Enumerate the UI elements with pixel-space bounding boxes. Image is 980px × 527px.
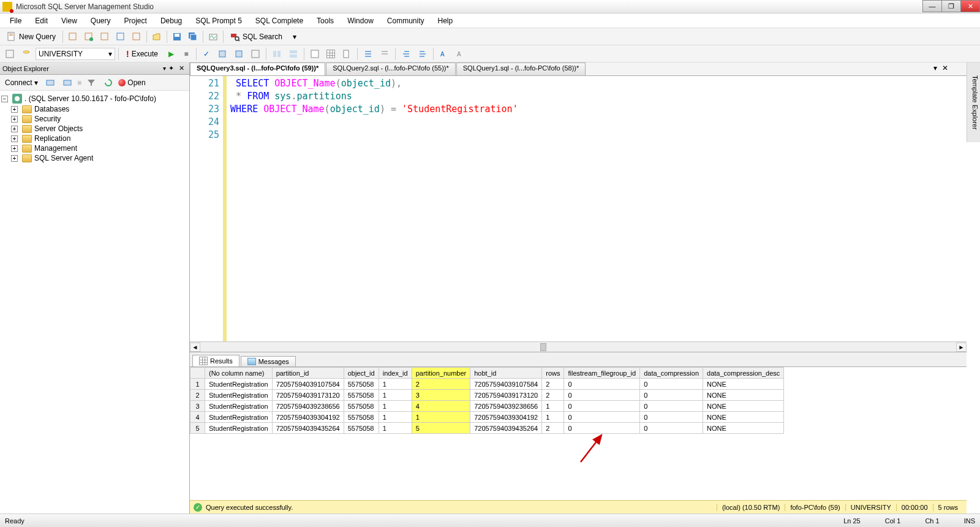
tree-replication[interactable]: +Replication [1,134,188,143]
toolbar-btn-5[interactable] [129,30,144,44]
oe-open-link[interactable]: Open [118,78,145,87]
template-explorer-tab[interactable]: Template Explorer [967,63,980,142]
menu-file[interactable]: File [4,15,28,26]
code-editor[interactable]: 21 22 23 24 25 SELECT OBJECT_Name(object… [190,76,967,341]
expand-icon[interactable]: + [11,116,18,123]
oe-btn-2[interactable] [60,76,75,89]
database-selector[interactable]: UNIVERSITY ▾ [36,48,115,60]
panel-close-icon[interactable]: ✕ [176,64,187,72]
collapse-icon[interactable]: − [1,96,8,102]
open-file-button[interactable] [149,30,164,44]
results-to-text-button[interactable] [307,47,322,61]
toolbar2-btn-5[interactable] [248,47,263,61]
sql-search-button[interactable]: SQL Search [226,30,287,44]
col-header[interactable]: partition_number [412,368,470,379]
debug-button[interactable]: ▶ [164,47,178,61]
menu-tools[interactable]: Tools [311,15,340,26]
toolbar2-btn-2[interactable] [19,47,34,61]
object-explorer-tree[interactable]: − . (SQL Server 10.50.1617 - fofo-PC\fof… [0,91,189,514]
tab-close-icon[interactable]: ✕ [941,64,949,74]
table-row[interactable]: 2StudentRegistration72057594039173120557… [190,390,784,401]
menu-help[interactable]: Help [432,15,459,26]
tab-active-files-icon[interactable]: ▾ [932,64,938,74]
results-to-file-button[interactable] [339,47,354,61]
oe-refresh-button[interactable] [101,76,116,89]
expand-icon[interactable]: + [11,126,18,132]
tab-sqlquery3[interactable]: SQLQuery3.sql - (l...fofo-PC\fofo (59))* [190,63,325,75]
code-content[interactable]: SELECT OBJECT_Name(object_id), * FROM sy… [227,76,522,341]
indent-button[interactable] [415,47,430,61]
close-button[interactable]: ✕ [960,0,980,12]
menu-community[interactable]: Community [381,15,431,26]
toolbar2-btn-4[interactable] [232,47,246,61]
tree-sql-server-agent[interactable]: +SQL Server Agent [1,153,188,163]
tree-server-node[interactable]: − . (SQL Server 10.50.1617 - fofo-PC\fof… [1,93,188,104]
menu-view[interactable]: View [55,15,83,26]
parse-button[interactable]: ✓ [200,47,213,61]
messages-tab[interactable]: Messages [241,356,296,366]
toolbar-dropdown[interactable]: ▾ [288,30,301,44]
expand-icon[interactable]: + [11,106,18,113]
col-header[interactable]: hobt_id [470,368,542,379]
toolbar-btn-3[interactable] [97,30,112,44]
save-button[interactable] [170,30,184,44]
tree-security[interactable]: +Security [1,114,188,124]
outdent-button[interactable] [399,47,413,61]
col-header[interactable]: object_id [344,368,379,379]
col-header[interactable]: data_compression_desc [703,368,784,379]
results-tab[interactable]: Results [192,355,239,366]
table-row[interactable]: 4StudentRegistration72057594039304192557… [190,412,784,423]
expand-icon[interactable]: + [11,155,18,162]
results-to-grid-button[interactable] [324,47,337,61]
uncomment-button[interactable] [377,47,392,61]
tree-management[interactable]: +Management [1,143,188,153]
col-header[interactable]: filestream_filegroup_id [564,368,640,379]
menu-query[interactable]: Query [85,15,117,26]
toolbar2-btn-7[interactable] [286,47,301,61]
oe-filter-button[interactable] [84,76,99,89]
execute-button[interactable]: ! Execute [122,47,162,61]
maximize-button[interactable]: ❐ [941,0,961,12]
connect-button[interactable]: Connect ▾ [2,77,40,88]
minimize-button[interactable]: — [922,0,942,12]
activity-monitor-button[interactable] [206,30,221,44]
col-header[interactable]: rows [542,368,564,379]
toolbar-btn-1[interactable] [66,30,80,44]
expand-icon[interactable]: + [11,145,18,152]
toolbar-btn-4[interactable] [113,30,128,44]
stop-button[interactable]: ■ [179,47,193,61]
new-query-button[interactable]: New Query [2,30,60,44]
toolbar-btn-2[interactable] [81,30,96,44]
menu-sqlcomplete[interactable]: SQL Complete [249,15,309,26]
table-row[interactable]: 5StudentRegistration72057594039435264557… [190,423,784,434]
scroll-right-icon[interactable]: ► [956,343,967,352]
toolbar2-btn-6[interactable] [270,47,284,61]
menu-sqlprompt[interactable]: SQL Prompt 5 [189,15,248,26]
toolbar2-btn-1[interactable] [2,47,17,61]
toolbar2-btn-last[interactable]: A [453,47,468,61]
col-header[interactable]: index_id [379,368,412,379]
expand-icon[interactable]: + [11,135,18,142]
tab-sqlquery1[interactable]: SQLQuery1.sql - (l...fofo-PC\fofo (58))* [456,63,586,75]
menu-project[interactable]: Project [118,15,153,26]
results-grid[interactable]: (No column name)partition_idobject_idind… [190,366,967,500]
comment-button[interactable] [361,47,375,61]
tree-databases[interactable]: +Databases [1,104,188,114]
panel-pushpin-icon[interactable]: ✦ [166,64,176,72]
table-row[interactable]: 1StudentRegistration72057594039107584557… [190,379,784,390]
menu-window[interactable]: Window [341,15,380,26]
col-header[interactable]: partition_id [272,368,344,379]
toolbar2-btn-3[interactable] [215,47,230,61]
col-header[interactable]: data_compression [640,368,703,379]
scroll-left-icon[interactable]: ◄ [190,343,200,352]
oe-btn-1[interactable] [43,76,58,89]
col-header[interactable]: (No column name) [205,368,273,379]
tree-server-objects[interactable]: +Server Objects [1,124,188,134]
specify-values-button[interactable]: A [437,47,451,61]
tab-sqlquery2[interactable]: SQLQuery2.sql - (l...fofo-PC\fofo (55))* [326,63,456,75]
table-row[interactable]: 3StudentRegistration72057594039238656557… [190,401,784,412]
menu-edit[interactable]: Edit [29,15,54,26]
editor-hscroll[interactable]: ◄ ► [190,341,967,352]
menu-debug[interactable]: Debug [154,15,188,26]
save-all-button[interactable] [186,30,200,44]
